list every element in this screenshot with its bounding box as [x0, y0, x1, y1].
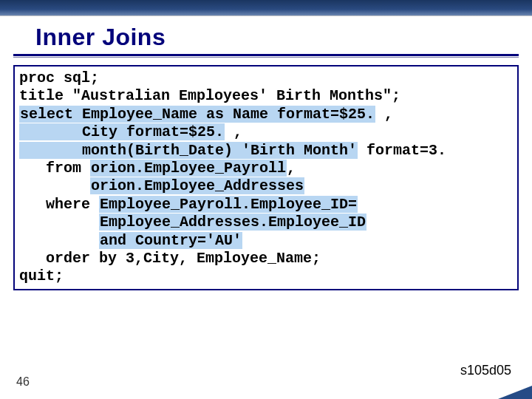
code-l6a: from [19, 160, 90, 177]
code-l8-hl: Employee_Payroll.Employee_ID= [99, 196, 358, 213]
code-l6c: , [287, 160, 296, 177]
code-l4-tail: , [225, 123, 242, 140]
code-l7a [19, 177, 90, 194]
code-l8a: where [19, 196, 99, 213]
top-banner [0, 0, 532, 16]
code-l3-hl: select Employee_Name as Name format=$25. [19, 106, 375, 123]
code-l5-hl: month(Birth_Date) 'Birth Month' [19, 142, 358, 159]
code-l2: title "Australian Employees' Birth Month… [19, 87, 400, 104]
page-number: 46 [16, 375, 30, 389]
code-l4-hl: City format=$25. [19, 123, 225, 140]
code-l9a [19, 214, 99, 231]
code-text: proc sql; title "Australian Employees' B… [19, 69, 513, 286]
code-l12: quit; [19, 267, 64, 284]
code-l10-hl: and Country='AU' [99, 232, 242, 249]
slide-reference: s105d05 [460, 363, 511, 378]
code-block: proc sql; title "Australian Employees' B… [13, 65, 519, 290]
code-l5-tail: format=3. [358, 142, 446, 159]
code-l9-hl: Employee_Addresses.Employee_ID [99, 214, 366, 231]
code-l10a [19, 232, 99, 249]
code-l6-hl: orion.Employee_Payroll [90, 160, 287, 177]
title-underline [13, 54, 519, 56]
code-l7-hl: orion.Employee_Addresses [90, 177, 304, 194]
title-underline-thin [13, 57, 519, 58]
code-l1: proc sql; [19, 69, 99, 86]
code-l3-tail: , [375, 106, 393, 123]
slide-title: Inner Joins [0, 16, 532, 52]
code-l11: order by 3,City, Employee_Name; [19, 250, 321, 267]
corner-decoration [498, 386, 532, 399]
